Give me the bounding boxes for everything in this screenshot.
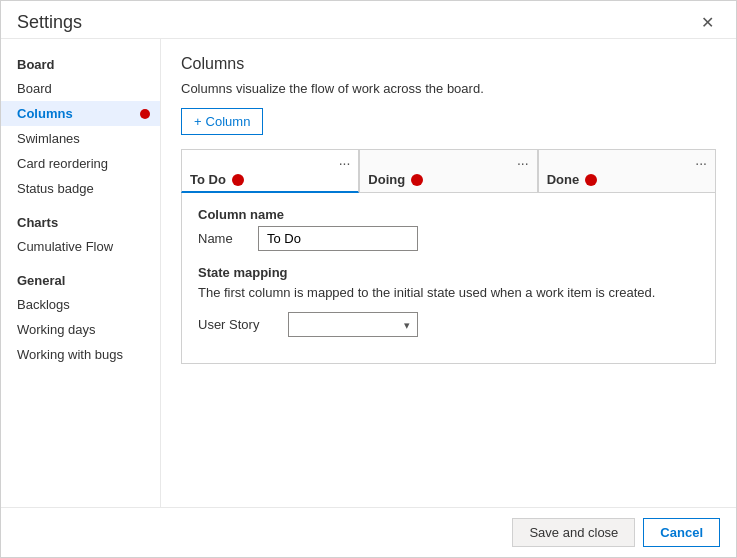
column-tabs-header: ··· To Do ··· Doing [181,149,716,193]
sidebar-section-board: Board [1,51,160,76]
state-mapping-desc: The first column is mapped to the initia… [198,284,699,302]
add-column-button[interactable]: + Column [181,108,263,135]
user-story-label: User Story [198,317,278,332]
column-tab-done-label: Done [547,172,580,187]
sidebar-item-board[interactable]: Board [1,76,160,101]
add-column-label: Column [206,114,251,129]
name-row: Name [198,226,699,251]
column-name-section: Column name Name [198,207,699,251]
dialog-footer: Save and close Cancel [1,507,736,557]
sidebar-item-working-with-bugs[interactable]: Working with bugs [1,342,160,367]
column-name-section-title: Column name [198,207,699,222]
main-content: Columns Columns visualize the flow of wo… [161,39,736,507]
sidebar-item-swimlanes[interactable]: Swimlanes [1,126,160,151]
user-story-select-wrapper: Active Resolved Closed ▾ [288,312,418,337]
column-tab-todo[interactable]: ··· To Do [181,149,359,193]
more-icon-done[interactable]: ··· [695,156,707,170]
column-name-input[interactable] [258,226,418,251]
sidebar-item-backlogs[interactable]: Backlogs [1,292,160,317]
plus-icon: + [194,114,202,129]
name-label: Name [198,231,248,246]
sidebar-item-status-badge[interactable]: Status badge [1,176,160,201]
sidebar-section-general: General [1,267,160,292]
sidebar-item-cumulative-flow[interactable]: Cumulative Flow [1,234,160,259]
sidebar-item-working-days[interactable]: Working days [1,317,160,342]
user-story-select[interactable]: Active Resolved Closed [288,312,418,337]
column-detail-panel: Column name Name State mapping The first… [181,193,716,364]
content-description: Columns visualize the flow of work acros… [181,81,716,96]
more-icon-doing[interactable]: ··· [517,156,529,170]
sidebar-section-charts: Charts [1,209,160,234]
main-inner: Columns Columns visualize the flow of wo… [161,39,736,507]
error-badge-done [585,174,597,186]
state-mapping-section: State mapping The first column is mapped… [198,265,699,337]
column-tab-todo-label: To Do [190,172,226,187]
sidebar: Board Board Columns Swimlanes Card reord… [1,39,161,507]
column-tab-doing-label: Doing [368,172,405,187]
content-title: Columns [181,55,716,73]
error-badge-doing [411,174,423,186]
more-icon-todo[interactable]: ··· [339,156,351,170]
dialog-body: Board Board Columns Swimlanes Card reord… [1,38,736,507]
dialog-header: Settings ✕ [1,1,736,38]
settings-dialog: Settings ✕ Board Board Columns Swimlanes… [0,0,737,558]
state-mapping-title: State mapping [198,265,699,280]
column-tab-doing[interactable]: ··· Doing [359,149,537,193]
column-tab-done[interactable]: ··· Done [538,149,716,193]
close-button[interactable]: ✕ [695,11,720,34]
sidebar-item-columns[interactable]: Columns [1,101,160,126]
error-badge-todo [232,174,244,186]
cancel-button[interactable]: Cancel [643,518,720,547]
user-story-row: User Story Active Resolved Closed ▾ [198,312,699,337]
save-and-close-button[interactable]: Save and close [512,518,635,547]
sidebar-item-card-reordering[interactable]: Card reordering [1,151,160,176]
dialog-title: Settings [17,12,82,33]
